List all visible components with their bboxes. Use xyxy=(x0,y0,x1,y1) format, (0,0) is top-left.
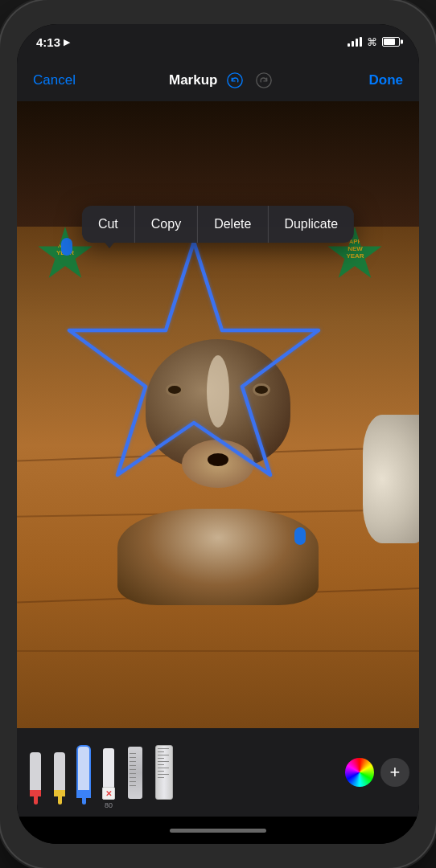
status-bar: 4:13 ▶ ⌘ xyxy=(17,24,419,59)
nav-bar: Cancel Markup xyxy=(17,59,419,101)
ruler-tool[interactable] xyxy=(152,737,176,808)
eraser-label: 80 xyxy=(105,801,113,809)
context-menu-arrow xyxy=(103,240,116,248)
nav-title: Markup xyxy=(169,72,217,88)
add-tool-button[interactable]: + xyxy=(380,758,409,787)
nav-title-area: Markup xyxy=(169,69,275,92)
lasso-tool[interactable] xyxy=(125,737,146,808)
yellow-marker-tool[interactable] xyxy=(51,737,68,808)
cancel-button[interactable]: Cancel xyxy=(33,72,76,88)
eraser-tool[interactable]: ✕ 80 xyxy=(99,732,118,813)
star-drawing[interactable] xyxy=(53,226,335,499)
home-indicator xyxy=(17,817,419,844)
toolbar: ✕ 80 xyxy=(17,728,419,817)
cut-menu-item[interactable]: Cut xyxy=(82,206,135,243)
phone-frame: 4:13 ▶ ⌘ Cancel Markup xyxy=(0,0,436,868)
status-time: 4:13 xyxy=(36,35,60,49)
phone-screen: 4:13 ▶ ⌘ Cancel Markup xyxy=(17,24,419,844)
home-bar xyxy=(170,829,266,833)
blue-marker-tool[interactable] xyxy=(75,737,93,808)
signal-icon xyxy=(348,37,362,47)
copy-menu-item[interactable]: Copy xyxy=(135,206,198,243)
delete-menu-item[interactable]: Delete xyxy=(198,206,268,243)
photo-area[interactable]: NEWYEAR HAPPYNEWYEAR Cut Copy Delete Dup… xyxy=(17,101,419,728)
duplicate-menu-item[interactable]: Duplicate xyxy=(268,206,354,243)
selection-handle-top[interactable] xyxy=(61,238,72,256)
location-icon: ▶ xyxy=(64,37,70,47)
battery-icon xyxy=(382,37,400,47)
wifi-icon: ⌘ xyxy=(367,36,377,48)
svg-point-0 xyxy=(228,73,242,88)
color-wheel-button[interactable] xyxy=(345,758,374,787)
status-icons: ⌘ xyxy=(348,36,400,48)
undo-button[interactable] xyxy=(224,69,246,92)
selection-handle-bottom[interactable] xyxy=(294,527,306,545)
context-menu: Cut Copy Delete Duplicate xyxy=(82,206,354,243)
redo-button[interactable] xyxy=(253,69,275,92)
done-button[interactable]: Done xyxy=(368,72,403,88)
svg-point-1 xyxy=(257,73,271,88)
red-marker-tool[interactable] xyxy=(27,737,44,808)
